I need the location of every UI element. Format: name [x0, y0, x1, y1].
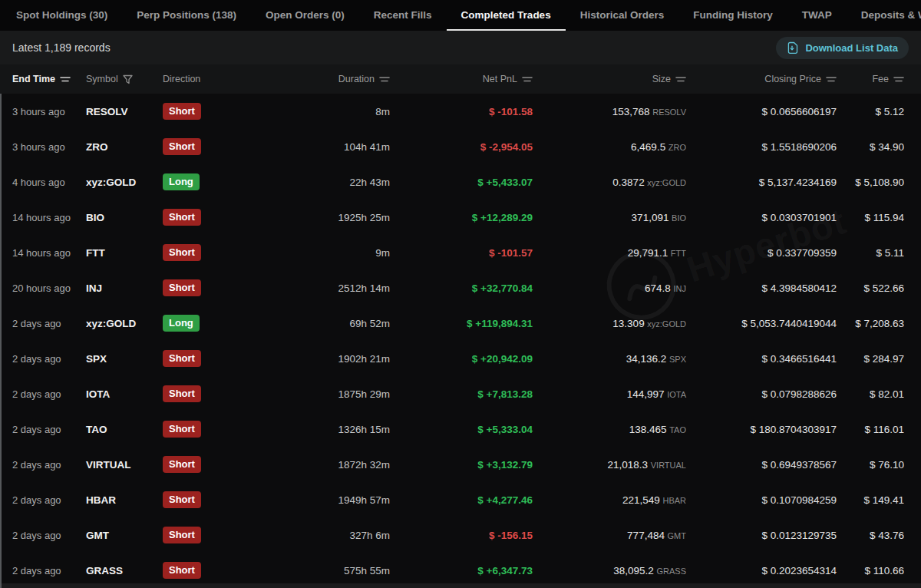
size-cell: 29,791.1 FTT — [533, 247, 686, 259]
table-row[interactable]: 14 hours ago FTT Short 9m $ -101.57 29,7… — [0, 235, 921, 270]
end-time-cell: 14 hours ago — [12, 247, 86, 259]
column-header-size[interactable]: Size — [533, 74, 686, 84]
size-symbol: TAO — [669, 425, 686, 434]
symbol-cell: RESOLV — [86, 106, 163, 117]
download-file-icon — [787, 41, 800, 55]
tab[interactable]: Funding History — [678, 0, 787, 31]
size-value: 138.465 — [629, 424, 667, 435]
size-symbol: VIRTUAL — [651, 461, 686, 470]
size-value: 371,091 — [632, 212, 669, 223]
closing-price-cell: $ 1.5518690206 — [686, 141, 837, 153]
tab-label: Spot Holdings (30) — [16, 9, 107, 21]
duration-cell: 8m — [236, 106, 390, 117]
closing-price-cell: $ 5,053.7440419044 — [686, 318, 837, 329]
duration-cell: 1872h 32m — [236, 459, 390, 471]
duration-cell: 327h 6m — [236, 530, 390, 541]
tab[interactable]: Perp Positions (138) — [122, 0, 251, 31]
size-symbol: GMT — [668, 531, 686, 540]
tab-label: Funding History — [693, 9, 773, 21]
fee-cell: $ 5,108.90 — [837, 177, 904, 188]
net-pnl-cell: $ -101.57 — [390, 247, 533, 259]
closing-price-cell: $ 5,137.4234169 — [686, 177, 837, 188]
tab[interactable]: Historical Orders — [566, 0, 679, 31]
symbol-cell: FTT — [86, 247, 163, 259]
size-cell: 34,136.2 SPX — [533, 353, 686, 365]
table-row[interactable]: 2 days ago GMT Short 327h 6m $ -156.15 7… — [0, 517, 921, 553]
sort-icon — [826, 74, 837, 84]
column-header-net-pnl[interactable]: Net PnL — [390, 74, 533, 84]
fee-cell: $ 116.01 — [837, 424, 904, 435]
closing-price-cell: $ 0.0303701901 — [686, 212, 837, 223]
column-header-symbol[interactable]: Symbol — [86, 74, 163, 84]
closing-price-cell: $ 0.337709359 — [686, 247, 837, 259]
closing-price-cell: $ 0.6949378567 — [686, 459, 837, 471]
size-cell: 221,549 HBAR — [533, 494, 686, 506]
size-symbol: IOTA — [667, 390, 686, 399]
end-time-cell: 2 days ago — [12, 318, 86, 329]
completed-trades-screen: Spot Holdings (30) Perp Positions (138) … — [0, 0, 921, 588]
size-cell: 13.309 xyz:GOLD — [533, 318, 686, 329]
column-header-closing-price[interactable]: Closing Price — [686, 74, 837, 84]
horizontal-scrollbar-track[interactable] — [0, 583, 921, 588]
column-header-direction[interactable]: Direction — [163, 74, 236, 84]
fee-cell: $ 149.41 — [837, 494, 904, 506]
size-cell: 674.8 INJ — [533, 282, 686, 294]
direction-badge: Long — [163, 173, 200, 190]
table-row[interactable]: 20 hours ago INJ Short 2512h 14m $ +32,7… — [0, 270, 921, 306]
fee-cell: $ 7,208.63 — [837, 318, 904, 329]
closing-price-cell: $ 0.2023654314 — [686, 565, 837, 576]
direction-cell: Short — [163, 421, 236, 438]
column-header-fee[interactable]: Fee — [837, 74, 904, 84]
table-row[interactable]: 2 days ago xyz:GOLD Long 69h 52m $ +119,… — [0, 306, 921, 341]
tab[interactable]: Completed Trades — [447, 0, 566, 31]
table-row[interactable]: 3 hours ago RESOLV Short 8m $ -101.58 15… — [0, 94, 921, 129]
column-header-duration[interactable]: Duration — [236, 74, 390, 84]
size-symbol: ZRO — [668, 143, 686, 152]
direction-cell: Short — [163, 456, 236, 473]
direction-cell: Short — [163, 244, 236, 261]
end-time-cell: 2 days ago — [12, 424, 86, 435]
direction-badge: Short — [163, 244, 201, 261]
download-list-data-button[interactable]: Download List Data — [776, 37, 909, 59]
size-symbol: RESOLV — [652, 107, 686, 117]
table-row[interactable]: 2 days ago IOTA Short 1875h 29m $ +7,813… — [0, 376, 921, 411]
net-pnl-cell: $ +7,813.28 — [390, 388, 533, 400]
net-pnl-cell: $ +20,942.09 — [390, 353, 533, 365]
table-row[interactable]: 2 days ago SPX Short 1902h 21m $ +20,942… — [0, 341, 921, 376]
tab[interactable]: Spot Holdings (30) — [2, 0, 122, 31]
duration-cell: 1925h 25m — [236, 212, 390, 223]
duration-cell: 69h 52m — [236, 318, 390, 329]
net-pnl-cell: $ +4,277.46 — [390, 494, 533, 506]
table-row[interactable]: 2 days ago TAO Short 1326h 15m $ +5,333.… — [0, 411, 921, 447]
size-value: 674.8 — [645, 282, 671, 294]
duration-cell: 104h 41m — [236, 141, 390, 153]
table-row[interactable]: 4 hours ago xyz:GOLD Long 22h 43m $ +5,4… — [0, 164, 921, 200]
completed-trades-panel: Latest 1,189 records Download List Data … — [0, 31, 921, 588]
direction-badge: Short — [163, 562, 201, 579]
sort-icon — [893, 74, 904, 84]
tab[interactable]: Open Orders (0) — [251, 0, 359, 31]
net-pnl-cell: $ +12,289.29 — [390, 212, 533, 223]
end-time-cell: 2 days ago — [12, 353, 86, 365]
direction-cell: Short — [163, 103, 236, 120]
size-value: 29,791.1 — [628, 247, 668, 259]
table-row[interactable]: 2 days ago VIRTUAL Short 1872h 32m $ +3,… — [0, 447, 921, 482]
size-cell: 0.3872 xyz:GOLD — [533, 177, 686, 188]
table-row[interactable]: 3 hours ago ZRO Short 104h 41m $ -2,954.… — [0, 129, 921, 164]
table-row[interactable]: 14 hours ago BIO Short 1925h 25m $ +12,2… — [0, 200, 921, 235]
column-header-end-time[interactable]: End Time — [12, 74, 86, 84]
table-row[interactable]: 2 days ago HBAR Short 1949h 57m $ +4,277… — [0, 482, 921, 517]
tab[interactable]: Deposits & With — [847, 0, 921, 31]
tab-label: Open Orders (0) — [266, 9, 345, 21]
end-time-cell: 3 hours ago — [12, 106, 86, 117]
tab[interactable]: Recent Fills — [359, 0, 447, 31]
direction-cell: Short — [163, 491, 236, 508]
tab[interactable]: TWAP — [787, 0, 847, 31]
symbol-cell: GRASS — [86, 565, 163, 576]
direction-cell: Short — [163, 279, 236, 296]
symbol-cell: ZRO — [86, 141, 163, 153]
net-pnl-cell: $ -156.15 — [390, 530, 533, 541]
size-symbol: xyz:GOLD — [647, 319, 686, 329]
end-time-cell: 2 days ago — [12, 459, 86, 471]
fee-cell: $ 110.66 — [837, 565, 904, 576]
